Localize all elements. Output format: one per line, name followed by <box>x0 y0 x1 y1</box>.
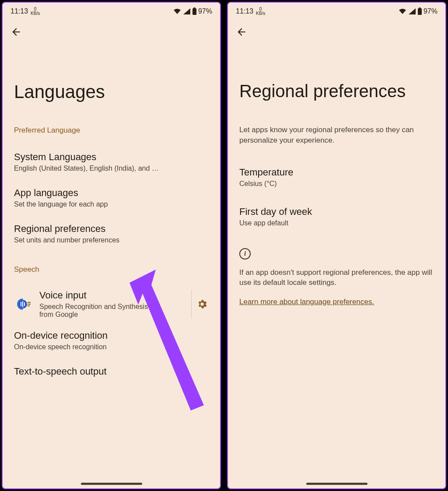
setting-text-to-speech[interactable]: Text-to-speech output <box>3 360 220 388</box>
home-handle[interactable] <box>81 483 142 485</box>
battery-icon <box>417 7 422 15</box>
status-battery: 97% <box>198 7 212 15</box>
wifi-icon <box>398 8 407 15</box>
info-note: If an app doesn't support regional prefe… <box>228 267 445 298</box>
setting-temperature[interactable]: Temperature Celsius (°C) <box>228 155 445 196</box>
page-description: Let apps know your regional preferences … <box>228 125 445 155</box>
page-title: Languages <box>3 39 220 126</box>
setting-subtitle: Use app default <box>239 219 434 227</box>
status-time: 11:13 <box>10 7 28 15</box>
voice-input-icon <box>14 295 32 313</box>
info-icon: i <box>239 248 251 260</box>
svg-rect-8 <box>28 305 30 306</box>
setting-title: Temperature <box>239 167 434 178</box>
setting-on-device-recognition[interactable]: On-device recognition On-device speech r… <box>3 324 220 360</box>
section-preferred-language: Preferred Language <box>3 126 220 145</box>
svg-rect-5 <box>24 302 25 306</box>
back-button[interactable] <box>10 26 22 39</box>
setting-subtitle: Celsius (°C) <box>239 180 434 188</box>
phone-right: 11:13 0 KB/s 97% Regional preferences Le… <box>227 2 446 489</box>
svg-rect-11 <box>419 7 420 9</box>
setting-title: On-device recognition <box>14 330 209 341</box>
svg-rect-4 <box>22 301 23 307</box>
status-time: 11:13 <box>236 7 253 15</box>
home-handle[interactable] <box>306 483 368 485</box>
status-bar: 11:13 0 KB/s 97% <box>228 3 445 18</box>
setting-app-languages[interactable]: App languages Set the language for each … <box>3 181 220 217</box>
svg-rect-1 <box>193 7 195 9</box>
setting-subtitle: Set the language for each app <box>14 200 209 208</box>
phone-left: 11:13 0 KB/s 97% Languages Preferred Lan… <box>2 2 221 489</box>
status-net-speed: 0 KB/s <box>31 7 40 16</box>
signal-icon <box>408 8 416 15</box>
voice-input-settings-button[interactable] <box>191 290 212 319</box>
section-speech: Speech <box>3 253 220 284</box>
wifi-icon <box>173 8 182 15</box>
svg-rect-6 <box>28 302 31 303</box>
status-net-speed: 0 KB/s <box>256 7 265 16</box>
back-button[interactable] <box>236 26 247 39</box>
setting-first-day-of-week[interactable]: First day of week Use app default <box>228 196 445 236</box>
setting-subtitle: On-device speech recognition <box>14 343 209 351</box>
setting-title: App languages <box>14 187 209 199</box>
learn-more-link[interactable]: Learn more about language preferences. <box>228 298 445 306</box>
page-title: Regional preferences <box>228 39 445 125</box>
setting-title: Voice input <box>39 290 191 301</box>
status-bar: 11:13 0 KB/s 97% <box>3 3 220 18</box>
setting-subtitle: Speech Recognition and Synthesis from Go… <box>39 303 162 319</box>
setting-subtitle: Set units and number preferences <box>14 236 209 244</box>
setting-title: Text-to-speech output <box>14 366 209 377</box>
setting-regional-preferences[interactable]: Regional preferences Set units and numbe… <box>3 217 220 253</box>
setting-title: System Languages <box>14 151 209 163</box>
info-icon-row: i <box>228 236 445 267</box>
setting-title: First day of week <box>239 206 434 217</box>
svg-rect-0 <box>192 8 196 15</box>
battery-icon <box>192 7 197 15</box>
setting-subtitle: English (United States), English (India)… <box>14 165 209 172</box>
svg-rect-10 <box>418 8 422 15</box>
setting-system-languages[interactable]: System Languages English (United States)… <box>3 145 220 181</box>
svg-rect-3 <box>21 302 21 306</box>
setting-title: Regional preferences <box>14 223 209 235</box>
gear-icon <box>196 298 208 310</box>
svg-rect-7 <box>28 304 31 305</box>
status-battery: 97% <box>424 7 438 15</box>
signal-icon <box>183 8 191 15</box>
setting-voice-input[interactable]: Voice input Speech Recognition and Synth… <box>3 284 220 324</box>
